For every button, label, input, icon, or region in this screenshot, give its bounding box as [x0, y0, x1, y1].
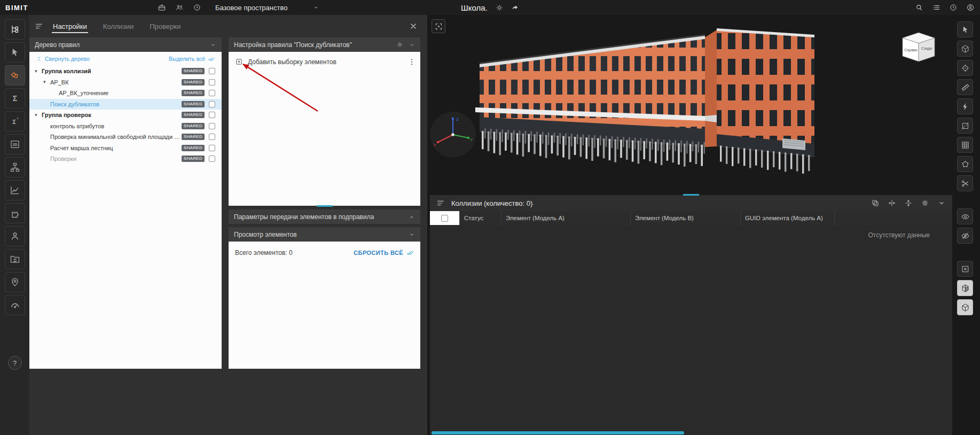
profile-button[interactable]	[966, 3, 975, 12]
grid-button[interactable]	[957, 137, 973, 153]
panel-menu-button[interactable]	[35, 22, 43, 30]
tree-item-checkbox[interactable]	[209, 101, 215, 107]
horizontal-scrollbar[interactable]	[432, 431, 684, 434]
history-button[interactable]	[193, 3, 201, 12]
quick-check-button[interactable]	[957, 98, 973, 114]
fit-rows-button[interactable]	[904, 199, 913, 207]
collision-rules-button[interactable]	[5, 65, 25, 86]
focus-model-button[interactable]	[432, 19, 445, 33]
tree-item-checkbox[interactable]	[209, 156, 215, 162]
tree-item-checkbox[interactable]	[209, 123, 215, 129]
expand-chevron-icon[interactable]: ▾	[43, 80, 50, 84]
view-2d-button[interactable]	[5, 134, 25, 154]
project-settings-button[interactable]	[496, 4, 504, 12]
collapse-panel-button[interactable]	[937, 199, 946, 207]
team-button[interactable]	[175, 3, 184, 12]
column-header[interactable]: GUID элемента (Модель А)	[741, 211, 835, 225]
select-all-checkbox[interactable]	[441, 215, 448, 222]
section-box-button[interactable]	[957, 299, 973, 315]
tree-item[interactable]: контроль атрибутовSHARED	[29, 121, 222, 132]
tree-item[interactable]: ▾Группа коллизийSHARED	[29, 66, 222, 77]
rule-tree-header[interactable]: Дерево правил	[29, 37, 222, 52]
workspace-selector[interactable]: Базовое пространство	[215, 4, 320, 12]
shared-folders-button[interactable]	[5, 249, 25, 269]
column-header[interactable]: Статус	[460, 211, 501, 225]
users-button[interactable]	[5, 226, 25, 246]
tree-item[interactable]: АР_ВК_уточнениеSHARED	[29, 88, 222, 99]
model-structure-button[interactable]	[5, 19, 25, 40]
tree-item[interactable]: ▾АР_ВКSHARED	[29, 77, 222, 88]
collisions-panel: Коллизии (количество: 0) СтатусЭлемент (…	[430, 195, 952, 435]
share-button[interactable]	[511, 4, 519, 12]
panel-resize-handle[interactable]	[317, 205, 333, 207]
clip-button[interactable]	[957, 175, 973, 191]
add-selection-button[interactable]: Добавить выборку элементов	[229, 52, 343, 72]
charts-button[interactable]	[5, 180, 25, 200]
summary-button[interactable]	[5, 88, 25, 108]
tab-checks[interactable]: Проверки	[148, 17, 182, 36]
task-list-button[interactable]	[932, 3, 940, 12]
tree-item-checkbox[interactable]	[209, 134, 215, 140]
tree-item[interactable]: Проверка минимальной свободной площади с…	[29, 131, 222, 143]
calculations-button[interactable]	[5, 111, 25, 131]
tree-item-checkbox[interactable]	[209, 145, 215, 151]
duplicate-button[interactable]	[871, 199, 880, 207]
fit-columns-button[interactable]	[888, 199, 896, 207]
projects-button[interactable]	[158, 3, 166, 12]
select-tool-button[interactable]	[5, 42, 25, 63]
tree-item[interactable]: ▾Группа проверокSHARED	[29, 110, 222, 121]
close-panel-button[interactable]	[409, 22, 418, 30]
expand-chevron-icon[interactable]: ▾	[35, 113, 42, 118]
select-all-link[interactable]: Выделить всё	[169, 55, 215, 63]
collapse-tree-label: Свернуть дерево	[45, 56, 90, 62]
more-options-button[interactable]	[407, 58, 416, 66]
column-header[interactable]: Элемент (Модель B)	[631, 211, 741, 225]
hide-elements-button[interactable]	[957, 228, 973, 244]
axis-gizmo[interactable]: Z x Y	[430, 112, 476, 158]
transfer-params-header[interactable]: Параметры передачи элементов в подправил…	[229, 209, 420, 224]
locate-button[interactable]	[957, 60, 973, 76]
select-elements-button[interactable]	[957, 21, 973, 37]
tree-item-label: АР_ВК	[50, 79, 182, 86]
chevron-down-icon[interactable]	[409, 42, 415, 48]
section-plane-button[interactable]	[957, 118, 973, 134]
reset-all-button[interactable]: СБРОСИТЬ ВСЁ	[354, 249, 414, 257]
help-button[interactable]: ?	[8, 356, 22, 370]
expand-chevron-icon[interactable]: ▾	[35, 69, 42, 74]
tree-item[interactable]: ПроверкиSHARED	[29, 153, 222, 165]
model-box-button[interactable]	[957, 41, 973, 57]
tree-item-checkbox[interactable]	[209, 68, 215, 74]
gear-icon[interactable]	[396, 41, 403, 48]
tab-collisions[interactable]: Коллизии	[102, 17, 135, 36]
viewport-3d[interactable]: Z x Y Справа Сзади Коллизии (количество:…	[427, 15, 980, 435]
collapse-tree-link[interactable]: Свернуть дерево	[36, 56, 90, 62]
collisions-resize-handle[interactable]	[683, 194, 699, 196]
table-settings-button[interactable]	[921, 199, 929, 207]
column-header[interactable]: Элемент (Модель А)	[501, 211, 631, 225]
collisions-header-icons	[871, 199, 946, 207]
shaded-view-button[interactable]	[957, 280, 973, 296]
navigation-cube[interactable]: Справа Сзади	[897, 29, 940, 67]
search-button[interactable]	[915, 3, 923, 12]
tree-item[interactable]: Поиск дубликатовSHARED	[29, 99, 222, 110]
tree-item[interactable]: Расчет марша лестницSHARED	[29, 143, 222, 154]
polygon-select-button[interactable]	[957, 156, 973, 172]
collisions-menu-button[interactable]	[436, 199, 445, 207]
isolate-button[interactable]	[957, 261, 973, 277]
preview-panel: Просмотр элементов Всего элементов: 0 СБ…	[229, 227, 420, 369]
rule-settings-header[interactable]: Настройка правила "Поиск дубликатов"	[229, 37, 420, 52]
user-location-button[interactable]	[5, 272, 25, 292]
hierarchy-button[interactable]	[5, 157, 25, 177]
recent-button[interactable]	[949, 3, 958, 12]
tab-settings[interactable]: Настройки	[52, 17, 88, 36]
preview-header[interactable]: Просмотр элементов	[229, 227, 420, 242]
workspace-tabs: НастройкиКоллизииПроверки	[52, 17, 409, 36]
dashboard-button[interactable]	[5, 295, 25, 315]
tree-item-checkbox[interactable]	[209, 79, 215, 86]
measure-button[interactable]	[957, 79, 973, 95]
tree-item-checkbox[interactable]	[209, 90, 215, 96]
tree-item-checkbox[interactable]	[209, 112, 215, 118]
plugins-button[interactable]	[5, 203, 25, 223]
show-elements-button[interactable]	[957, 208, 973, 224]
personpin-icon	[10, 277, 20, 288]
